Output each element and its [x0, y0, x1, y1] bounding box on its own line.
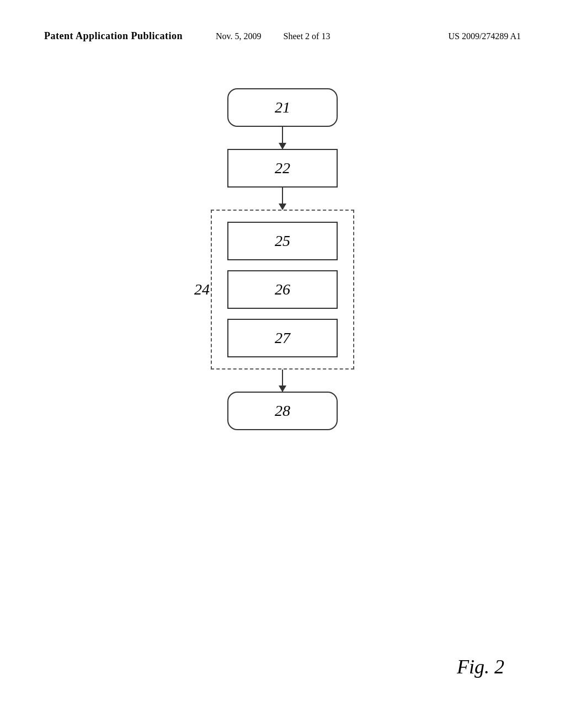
- box-24-label: 24: [194, 281, 210, 298]
- arrow-22-group: [282, 188, 283, 210]
- flowchart-diagram: 21 22 24 25 26 27: [167, 88, 398, 430]
- dashed-group-24: 25 26 27: [211, 210, 354, 370]
- box-21: 21: [227, 88, 338, 127]
- box-25: 25: [227, 222, 338, 260]
- patent-number: US 2009/274289 A1: [448, 31, 521, 41]
- box-27-label: 27: [275, 329, 290, 347]
- box-22: 22: [227, 149, 338, 188]
- publication-title: Patent Application Publication: [44, 30, 183, 42]
- box-28: 28: [227, 392, 338, 430]
- group-24-wrapper: 24 25 26 27: [167, 210, 398, 370]
- box-27: 27: [227, 319, 338, 357]
- page-header: Patent Application Publication Nov. 5, 2…: [0, 30, 565, 42]
- box-26-label: 26: [275, 281, 290, 298]
- box-21-label: 21: [275, 99, 290, 116]
- box-22-label: 22: [275, 159, 290, 177]
- publication-date: Nov. 5, 2009: [216, 31, 262, 41]
- sheet-info: Sheet 2 of 13: [284, 31, 331, 41]
- box-28-label: 28: [275, 402, 290, 420]
- box-26: 26: [227, 270, 338, 309]
- arrow-group-28: [282, 370, 283, 392]
- arrow-21-22: [282, 127, 283, 149]
- box-25-label: 25: [275, 232, 290, 250]
- figure-label: Fig. 2: [457, 655, 504, 678]
